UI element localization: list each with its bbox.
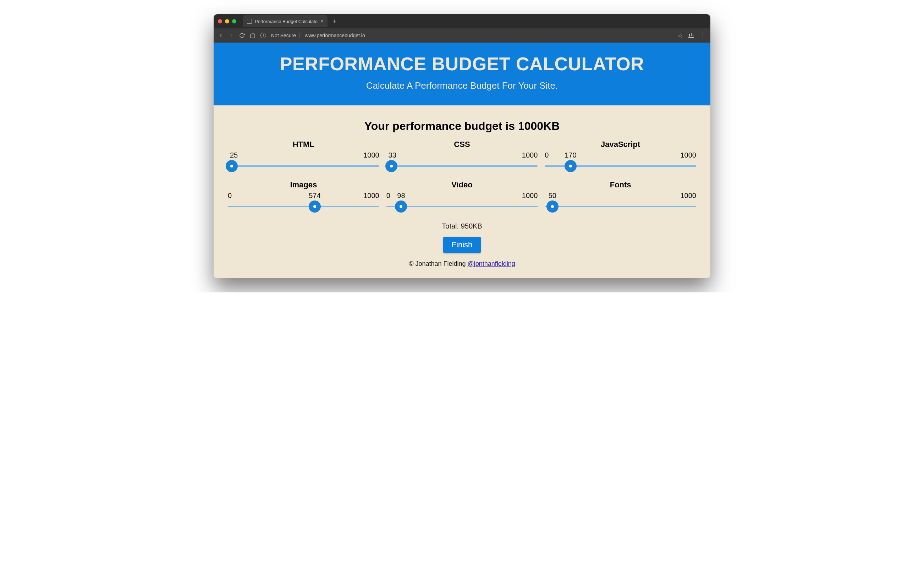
slider-value: 50: [549, 192, 556, 200]
slider-css: CSS 33 1000: [386, 140, 538, 173]
slider-values: 0 170 1000: [545, 151, 696, 159]
slider-min: 0: [545, 151, 549, 160]
reload-button[interactable]: [239, 33, 245, 38]
browser-chrome: Performance Budget Calculato × + i Not S…: [214, 14, 710, 43]
browser-tab[interactable]: Performance Budget Calculato ×: [243, 15, 327, 27]
browser-menu-icon[interactable]: ⋮: [700, 32, 706, 39]
slider-min: 0: [386, 192, 390, 200]
back-button[interactable]: [218, 33, 224, 38]
slider-max: 1000: [680, 192, 696, 200]
slider-images: Images 0 574 1000: [228, 180, 379, 214]
slider-thumb[interactable]: [565, 160, 576, 172]
forward-button[interactable]: [229, 33, 234, 38]
minimize-window-button[interactable]: [225, 19, 229, 23]
slider-min: 0: [228, 192, 232, 200]
slider-thumb[interactable]: [385, 160, 398, 172]
slider-track[interactable]: [545, 159, 696, 173]
home-button[interactable]: [250, 33, 256, 38]
slider-max: 1000: [680, 151, 696, 160]
bookmark-icon[interactable]: ☆: [678, 32, 683, 39]
url-bar: i Not Secure www.performancebudget.io ☆ …: [214, 28, 710, 43]
footer-link[interactable]: @jonthanfielding: [468, 260, 515, 267]
slider-thumb[interactable]: [309, 200, 321, 213]
slider-value: 25: [230, 151, 238, 160]
budget-heading: Your performance budget is 1000KB: [228, 119, 696, 133]
slider-max: 1000: [363, 151, 379, 160]
slider-thumb[interactable]: [546, 200, 559, 213]
page-hero: PERFORMANCE BUDGET CALCULATOR Calculate …: [214, 43, 710, 105]
extension-icon[interactable]: [688, 33, 694, 38]
tab-bar: Performance Budget Calculato × +: [214, 14, 710, 28]
slider-value: 170: [565, 151, 576, 160]
slider-html: HTML 25 1000: [228, 140, 379, 173]
slider-grid: HTML 25 1000 CSS 33 1000 JavaScript 0 17…: [228, 140, 696, 214]
page-subtitle: Calculate A Performance Budget For Your …: [221, 80, 703, 91]
slider-track[interactable]: [228, 159, 379, 173]
slider-track[interactable]: [228, 200, 379, 214]
security-label: Not Secure: [271, 33, 300, 38]
page-title: PERFORMANCE BUDGET CALCULATOR: [221, 53, 703, 74]
slider-label: Video: [386, 180, 538, 190]
new-tab-button[interactable]: +: [330, 17, 339, 26]
slider-track[interactable]: [386, 159, 538, 173]
slider-value: 98: [397, 192, 405, 200]
slider-track[interactable]: [386, 200, 538, 214]
slider-label: JavaScript: [545, 140, 696, 149]
slider-fonts: Fonts 50 1000: [545, 180, 696, 214]
page-icon: [247, 19, 252, 24]
site-info-icon[interactable]: i: [261, 33, 266, 38]
slider-label: Fonts: [545, 180, 696, 190]
slider-thumb[interactable]: [395, 200, 407, 213]
close-window-button[interactable]: [218, 19, 222, 23]
footer: © Jonathan Fielding @jonthanfielding: [228, 260, 696, 268]
slider-values: 0 574 1000: [228, 192, 379, 200]
slider-thumb[interactable]: [226, 160, 238, 172]
slider-values: 0 98 1000: [386, 192, 538, 200]
url-text[interactable]: www.performancebudget.io: [305, 33, 673, 38]
total-label: Total: 950KB: [228, 222, 696, 230]
footer-text: © Jonathan Fielding: [409, 260, 467, 267]
slider-label: CSS: [386, 140, 538, 149]
slider-javascript: JavaScript 0 170 1000: [545, 140, 696, 173]
tab-title: Performance Budget Calculato: [255, 19, 317, 24]
slider-values: 33 1000: [386, 151, 538, 159]
maximize-window-button[interactable]: [232, 19, 236, 23]
slider-values: 50 1000: [545, 192, 696, 200]
finish-button[interactable]: Finish: [443, 237, 481, 253]
slider-track[interactable]: [545, 200, 696, 214]
slider-value: 574: [309, 192, 320, 200]
browser-window: Performance Budget Calculato × + i Not S…: [214, 14, 710, 278]
slider-video: Video 0 98 1000: [386, 180, 538, 214]
main-content: Your performance budget is 1000KB HTML 2…: [214, 105, 710, 278]
slider-max: 1000: [363, 192, 379, 200]
slider-values: 25 1000: [228, 151, 379, 159]
slider-label: Images: [228, 180, 379, 190]
slider-value: 33: [388, 151, 396, 160]
slider-max: 1000: [522, 151, 538, 160]
close-tab-icon[interactable]: ×: [320, 18, 323, 24]
slider-label: HTML: [228, 140, 379, 149]
slider-max: 1000: [522, 192, 538, 200]
window-controls: [218, 19, 236, 23]
